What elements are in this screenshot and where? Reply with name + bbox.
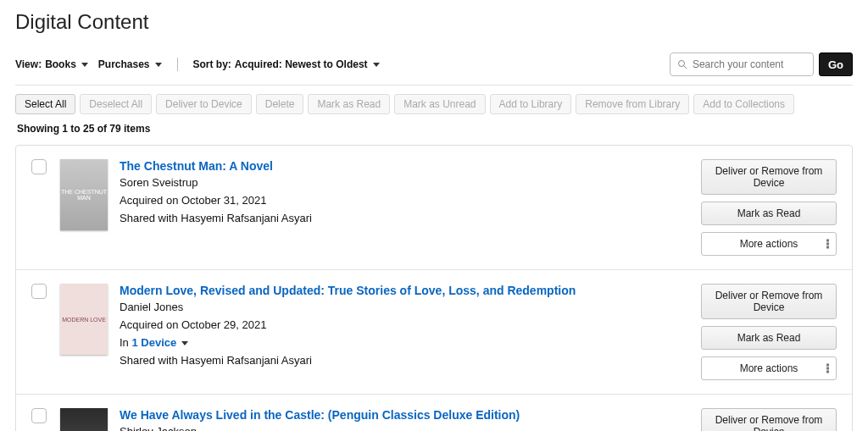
bulk-action-row: Select All Deselect All Deliver to Devic… — [15, 86, 853, 119]
filter-bar: View: Books Purchases Sort by: Acquired:… — [15, 47, 853, 86]
caret-down-icon — [373, 63, 380, 67]
item-author: Soren Sveistrup — [120, 176, 689, 189]
add-collections-button: Add to Collections — [693, 94, 794, 114]
sort-filter[interactable]: Sort by: Acquired: Newest to Oldest — [193, 58, 380, 70]
view-purchases-value: Purchases — [98, 58, 150, 70]
more-actions-button[interactable]: More actions — [701, 232, 837, 256]
item-shared: Shared with Hasyemi Rafsanjani Asyari — [120, 212, 689, 224]
kebab-icon — [826, 364, 829, 373]
item-devices: In 1 Device — [120, 336, 689, 349]
deliver-button: Deliver to Device — [156, 94, 252, 114]
svg-point-0 — [678, 61, 684, 67]
add-library-button: Add to Library — [490, 94, 572, 114]
item-author: Daniel Jones — [120, 301, 689, 313]
view-books-value: Books — [45, 58, 76, 70]
item-title-link[interactable]: The Chestnut Man: A Novel — [120, 159, 689, 173]
deliver-remove-button[interactable]: Deliver or Remove from Device — [701, 159, 837, 195]
divider — [177, 58, 178, 71]
item-acquired: Acquired on October 31, 2021 — [120, 194, 689, 207]
search-box[interactable] — [670, 52, 814, 76]
book-cover[interactable]: MODERN LOVE — [60, 284, 108, 355]
book-cover[interactable]: WE HAVE ALWAYS LIVED IN THE CASTLE — [60, 408, 108, 431]
devices-link[interactable]: 1 Device — [131, 336, 176, 349]
kebab-icon — [826, 240, 829, 249]
deselect-all-button: Deselect All — [80, 94, 152, 114]
list-item: MODERN LOVE Modern Love, Revised and Upd… — [16, 270, 852, 395]
mark-read-button[interactable]: Mark as Read — [701, 202, 837, 225]
view-filter[interactable]: View: Books Purchases — [15, 58, 162, 70]
item-acquired: Acquired on October 29, 2021 — [120, 318, 689, 331]
more-actions-label: More actions — [740, 238, 798, 250]
remove-library-button: Remove from Library — [576, 94, 689, 114]
caret-down-icon — [181, 341, 188, 345]
content-list: THE CHESTNUT MAN The Chestnut Man: A Nov… — [15, 145, 853, 431]
devices-prefix: In — [120, 336, 131, 349]
mark-read-button[interactable]: Mark as Read — [701, 326, 837, 350]
svg-line-1 — [683, 66, 687, 69]
row-checkbox[interactable] — [31, 408, 47, 423]
go-button[interactable]: Go — [819, 52, 853, 76]
row-checkbox[interactable] — [31, 159, 47, 174]
search-icon — [677, 59, 687, 69]
book-cover[interactable]: THE CHESTNUT MAN — [60, 159, 108, 230]
mark-unread-button: Mark as Unread — [394, 94, 485, 114]
select-all-button[interactable]: Select All — [15, 94, 75, 114]
list-item: THE CHESTNUT MAN The Chestnut Man: A Nov… — [16, 146, 852, 270]
row-checkbox[interactable] — [31, 284, 47, 299]
showing-count: Showing 1 to 25 of 79 items — [15, 119, 853, 145]
page-title: Digital Content — [15, 10, 853, 34]
caret-down-icon — [155, 63, 162, 67]
search-input[interactable] — [691, 58, 806, 71]
item-title-link[interactable]: We Have Always Lived in the Castle: (Pen… — [120, 408, 689, 422]
list-item: WE HAVE ALWAYS LIVED IN THE CASTLE We Ha… — [16, 395, 852, 431]
mark-read-button: Mark as Read — [308, 94, 390, 114]
sort-value: Acquired: Newest to Oldest — [235, 58, 368, 70]
item-author: Shirley Jackson — [120, 425, 689, 431]
delete-button: Delete — [256, 94, 304, 114]
sort-label: Sort by: — [193, 58, 231, 70]
more-actions-button[interactable]: More actions — [701, 356, 837, 380]
item-title-link[interactable]: Modern Love, Revised and Updated: True S… — [120, 284, 689, 297]
deliver-remove-button[interactable]: Deliver or Remove from Device — [701, 284, 837, 319]
item-shared: Shared with Hasyemi Rafsanjani Asyari — [120, 354, 689, 367]
caret-down-icon — [81, 63, 88, 67]
deliver-remove-button[interactable]: Deliver or Remove from Device — [701, 408, 837, 431]
more-actions-label: More actions — [740, 362, 798, 374]
view-label: View: — [15, 58, 42, 70]
